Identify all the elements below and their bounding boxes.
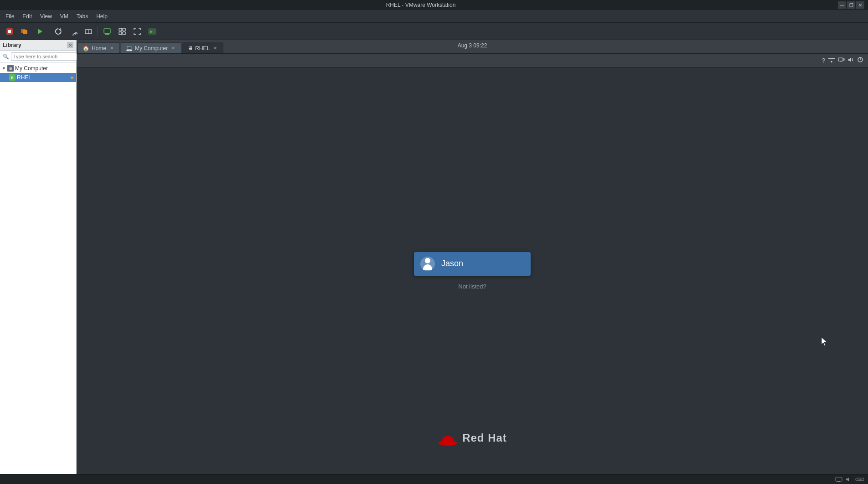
menu-bar: File Edit View VM Tabs Help — [0, 10, 868, 23]
snapshots-button[interactable] — [18, 25, 31, 38]
svg-rect-10 — [106, 33, 108, 34]
tab-mycomputer[interactable]: 💻 My Computer ✕ — [121, 42, 181, 53]
svg-rect-3 — [23, 30, 27, 34]
user-login-card[interactable]: Jason — [414, 252, 531, 276]
vm-status-icons: ? — [822, 57, 863, 64]
avatar-head — [425, 258, 430, 263]
svg-text:USB: USB — [857, 479, 862, 481]
sidebar-title: Library — [3, 42, 21, 48]
fullscreen-button[interactable] — [130, 25, 144, 38]
mycomputer-tab-icon: 💻 — [126, 45, 133, 51]
devices-status-icon[interactable] — [838, 57, 845, 64]
power-off-button[interactable] — [3, 25, 16, 38]
status-usb-icon: USB — [855, 477, 864, 482]
minimize-button[interactable]: — — [838, 1, 846, 9]
resume-button[interactable] — [67, 25, 80, 38]
tab-rhel-close[interactable]: ✕ — [212, 45, 218, 51]
svg-rect-20 — [831, 61, 832, 62]
power-on-button[interactable] — [33, 25, 46, 38]
status-bar: USB — [0, 474, 868, 484]
svg-rect-21 — [831, 62, 832, 62]
search-input[interactable] — [11, 52, 78, 61]
tree-expand-arrow: ▼ — [2, 66, 6, 71]
menu-view[interactable]: View — [36, 12, 56, 21]
svg-rect-32 — [837, 481, 840, 482]
unity-button[interactable] — [115, 25, 129, 38]
title-bar: RHEL - VMware Workstation — ❐ ✕ — [0, 0, 868, 10]
login-container: Jason Not listed? — [414, 252, 531, 290]
title-bar-text: RHEL - VMware Workstation — [4, 2, 838, 8]
virtual-machine-button[interactable] — [100, 25, 114, 38]
vm-screen[interactable]: Jason Not listed? Red Hat — [77, 67, 868, 474]
svg-rect-22 — [838, 58, 843, 61]
rhel-icon: R — [9, 74, 16, 81]
mouse-cursor — [822, 337, 827, 346]
network-status-icon[interactable] — [828, 57, 835, 64]
sidebar-item-rhel[interactable]: R RHEL ★ — [0, 73, 76, 82]
sidebar-header: Library ✕ — [0, 40, 76, 51]
svg-rect-31 — [836, 477, 842, 481]
window-controls: — ❐ ✕ — [838, 1, 864, 9]
tab-home[interactable]: 🏠 Home ✕ — [78, 42, 120, 53]
search-box: 🔍 ▼ — [0, 51, 76, 63]
console-button[interactable]: ▶ — [145, 25, 159, 38]
menu-file[interactable]: File — [2, 12, 18, 21]
content-area: 🏠 Home ✕ 💻 My Computer ✕ 🖥 RHEL ✕ Aug 3 … — [77, 40, 868, 474]
svg-marker-33 — [846, 478, 849, 481]
revert-button[interactable] — [52, 25, 65, 38]
svg-rect-12 — [119, 28, 122, 31]
toolbar-divider-1 — [49, 26, 49, 37]
home-tab-icon: 🏠 — [83, 45, 89, 51]
favorite-star-icon: ★ — [70, 75, 74, 81]
svg-marker-25 — [848, 57, 851, 62]
svg-rect-11 — [105, 34, 109, 35]
sidebar: Library ✕ 🔍 ▼ ▼ 🖥 My Computer R RHEL ★ — [0, 40, 77, 474]
menu-tabs[interactable]: Tabs — [73, 12, 92, 21]
vm-toolbar: Aug 3 09:22 ? — [77, 54, 868, 67]
tab-home-close[interactable]: ✕ — [108, 45, 115, 51]
search-icon: 🔍 — [3, 54, 9, 60]
rhel-tab-icon: 🖥 — [187, 45, 193, 51]
svg-rect-1 — [8, 30, 11, 33]
toolbar-divider-2 — [98, 26, 98, 37]
computer-icon: 🖥 — [7, 65, 14, 72]
svg-text:▶: ▶ — [150, 30, 153, 34]
svg-rect-9 — [104, 29, 110, 33]
tab-rhel[interactable]: 🖥 RHEL ✕ — [182, 42, 223, 53]
svg-marker-5 — [58, 28, 61, 31]
tab-home-label: Home — [92, 45, 106, 51]
svg-marker-6 — [73, 32, 76, 35]
menu-edit[interactable]: Edit — [19, 12, 36, 21]
svg-marker-30 — [822, 337, 827, 346]
status-audio-icon — [845, 477, 852, 482]
menu-vm[interactable]: VM — [57, 12, 72, 21]
toolbar: ▶ — [0, 23, 868, 40]
svg-rect-23 — [840, 61, 842, 62]
redhat-hat-icon — [438, 429, 458, 447]
restore-button[interactable]: ❐ — [847, 1, 855, 9]
svg-rect-14 — [119, 32, 122, 35]
svg-rect-15 — [123, 32, 125, 35]
avatar-body — [423, 264, 432, 270]
menu-help[interactable]: Help — [93, 12, 111, 21]
sound-status-icon[interactable] — [848, 57, 854, 64]
close-button[interactable]: ✕ — [856, 1, 864, 9]
status-right: USB — [835, 477, 864, 482]
send-ctrlaltdel-button[interactable] — [82, 25, 95, 38]
power-status-icon[interactable] — [857, 57, 863, 64]
svg-rect-18 — [828, 58, 835, 59]
help-status-icon[interactable]: ? — [822, 57, 825, 64]
svg-rect-24 — [843, 58, 844, 61]
user-avatar — [420, 257, 435, 271]
svg-marker-4 — [38, 29, 42, 34]
rhel-label: RHEL — [17, 74, 31, 81]
my-computer-group[interactable]: ▼ 🖥 My Computer — [0, 64, 76, 73]
vm-datetime: Aug 3 09:22 — [458, 42, 487, 49]
tab-rhel-label: RHEL — [195, 45, 210, 51]
sidebar-close-button[interactable]: ✕ — [67, 42, 73, 48]
tab-mycomputer-label: My Computer — [135, 45, 168, 51]
not-listed-link[interactable]: Not listed? — [458, 283, 486, 290]
sidebar-tree: ▼ 🖥 My Computer R RHEL ★ — [0, 63, 76, 474]
user-name-label: Jason — [441, 259, 463, 268]
tab-mycomputer-close[interactable]: ✕ — [170, 45, 176, 51]
